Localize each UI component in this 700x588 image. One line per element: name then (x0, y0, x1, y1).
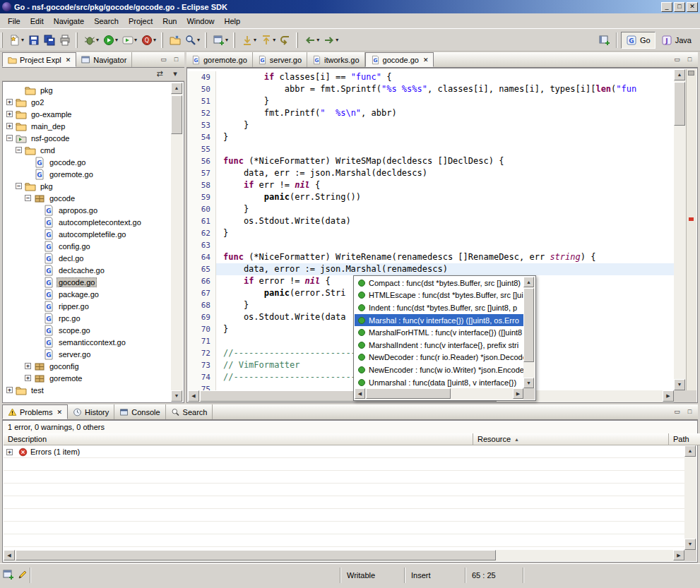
close-icon[interactable]: ✕ (66, 56, 71, 64)
explorer-vscrollbar[interactable]: ▲ ▼ (171, 83, 183, 402)
scroll-left-button[interactable]: ◀ (4, 550, 15, 560)
completion-item[interactable]: Marshal : func(v interface{}) ([]uint8, … (355, 314, 523, 327)
close-icon[interactable]: ✕ (423, 56, 429, 64)
tree-item[interactable]: Gsemanticcontext.go (4, 336, 171, 348)
code-text[interactable]: if error != nil { (216, 275, 331, 287)
menu-item-file[interactable]: File (3, 15, 25, 28)
code-text[interactable]: } (216, 119, 249, 131)
scroll-down-button[interactable]: ▼ (684, 539, 696, 550)
editor-tab-server-go[interactable]: Gserver.go (253, 52, 307, 67)
expand-icon[interactable]: + (6, 387, 13, 393)
problems-vscrollbar[interactable]: ▲ ▼ (684, 445, 696, 550)
tree-item[interactable]: −gocode (4, 192, 171, 204)
menu-item-help[interactable]: Help (220, 15, 246, 28)
dropdown-arrow-icon[interactable]: ▾ (134, 37, 137, 43)
dropdown-arrow-icon[interactable]: ▾ (225, 37, 228, 43)
debug-button[interactable]: ▾ (82, 32, 101, 49)
code-text[interactable]: func (*NiceFormatter) WriteSMap(decldesc… (216, 155, 504, 167)
maximize-view-button[interactable]: □ (684, 55, 695, 64)
code-text[interactable]: func (*NiceFormatter) WriteRename(rename… (216, 251, 595, 263)
tree-item[interactable]: Ggocode.go (4, 156, 171, 168)
scroll-up-button[interactable]: ▲ (171, 83, 182, 94)
tree-item[interactable]: Gripper.go (4, 300, 171, 312)
code-text[interactable]: os.Stdout.Write(data (216, 311, 345, 323)
scrollbar-thumb[interactable] (171, 95, 182, 134)
code-text[interactable]: // VimFormatter (216, 359, 299, 371)
dropdown-arrow-icon[interactable]: ▾ (115, 37, 118, 43)
scroll-up-button[interactable]: ▲ (674, 69, 685, 80)
print-button[interactable] (57, 32, 73, 49)
code-text[interactable]: if classes[i] == "func" { (216, 71, 391, 83)
tree-item[interactable]: Gdecl.go (4, 252, 171, 264)
overview-position-marker[interactable] (688, 71, 694, 76)
code-text[interactable] (216, 239, 223, 251)
code-text[interactable]: os.Stdout.Write(data) (216, 215, 351, 227)
scroll-down-button[interactable]: ▼ (523, 378, 534, 388)
link-with-editor-button[interactable]: ⇄ (153, 68, 166, 80)
bottom-tab-problems[interactable]: Problems✕ (2, 404, 68, 419)
completion-item[interactable]: HTMLEscape : func(dst *bytes.Buffer, src… (355, 289, 523, 302)
last-edit-location-button[interactable] (278, 32, 293, 49)
scroll-left-button[interactable]: ◀ (188, 390, 199, 402)
dropdown-arrow-icon[interactable]: ▾ (96, 37, 99, 43)
tree-item[interactable]: −pkg (4, 180, 171, 192)
tree-item[interactable]: Gscope.go (4, 324, 171, 336)
completion-item[interactable]: Indent : func(dst *bytes.Buffer, src []u… (355, 301, 523, 314)
save-button[interactable] (26, 32, 42, 49)
dropdown-arrow-icon[interactable]: ▾ (316, 37, 319, 43)
new-java-element-button[interactable]: ▾ (211, 32, 230, 49)
tree-item[interactable]: Gautocompletecontext.go (4, 216, 171, 228)
toolbar-handle[interactable] (233, 32, 235, 48)
code-text[interactable] (216, 143, 223, 155)
tree-item[interactable]: Ggocode.go (4, 276, 171, 288)
new-wizard-button[interactable]: ▾ (7, 32, 26, 49)
maximize-view-button[interactable]: □ (171, 55, 182, 64)
tree-item[interactable]: Ggoremote.go (4, 168, 171, 180)
code-text[interactable]: if err != nil { (216, 179, 320, 191)
tree-item[interactable]: Gpackage.go (4, 288, 171, 300)
code-text[interactable]: } (216, 95, 269, 107)
code-text[interactable]: } (216, 203, 249, 215)
code-text[interactable]: } (216, 227, 228, 239)
tree-item[interactable]: −cmd (4, 144, 171, 156)
scrollbar-thumb[interactable] (16, 550, 496, 560)
back-button[interactable]: ▾ (302, 32, 321, 49)
column-header-resource[interactable]: Resource▲ (473, 433, 669, 445)
view-menu-button[interactable]: ▾ (169, 68, 182, 80)
menu-item-search[interactable]: Search (89, 15, 124, 28)
toolbar-handle[interactable] (76, 32, 78, 48)
scroll-down-button[interactable]: ▼ (171, 390, 182, 402)
code-text[interactable]: } (216, 299, 249, 311)
minimize-view-button[interactable]: ▭ (158, 55, 169, 64)
toolbar-handle[interactable] (1, 32, 3, 48)
tree-item[interactable]: +goconfig (4, 360, 171, 372)
scrollbar-thumb[interactable] (523, 288, 534, 362)
menu-item-run[interactable]: Run (158, 15, 182, 28)
tree-item[interactable]: +goremote (4, 372, 171, 384)
perspective-go-button[interactable]: GGo (621, 32, 655, 49)
toolbar-handle[interactable] (161, 32, 163, 48)
open-element-button[interactable] (167, 32, 183, 49)
expand-icon[interactable]: + (6, 449, 13, 455)
tree-item[interactable]: Gdeclcache.go (4, 264, 171, 276)
toolbar-handle[interactable] (205, 32, 207, 48)
editor-pencil-icon[interactable] (17, 569, 28, 580)
minimize-view-button[interactable]: ▭ (672, 55, 682, 64)
close-icon[interactable]: ✕ (57, 409, 62, 416)
tree-item[interactable]: +main_dep (4, 120, 171, 132)
code-text[interactable]: panic(err.String()) (216, 191, 361, 203)
minimize-view-button[interactable]: ▭ (672, 407, 682, 416)
completion-item[interactable]: NewEncoder : func(w io.Writer) *json.Enc… (355, 364, 523, 376)
maximize-view-button[interactable]: □ (684, 407, 695, 416)
toolbar-handle[interactable] (296, 32, 298, 48)
scroll-up-button[interactable]: ▲ (684, 445, 696, 457)
code-text[interactable]: data, err := json.Marshal(decldescs) (216, 167, 427, 179)
menu-item-window[interactable]: Window (182, 15, 219, 28)
prev-annotation-button[interactable]: ▾ (259, 32, 278, 49)
popup-hscrollbar[interactable]: ◀ ▶ (355, 388, 523, 400)
perspective-java-button[interactable]: JJava (657, 32, 696, 49)
save-all-button[interactable] (42, 32, 57, 49)
bottom-tab-search[interactable]: Search (166, 404, 213, 419)
tree-item[interactable]: pkg (4, 84, 171, 96)
collapse-icon[interactable]: − (16, 147, 22, 153)
